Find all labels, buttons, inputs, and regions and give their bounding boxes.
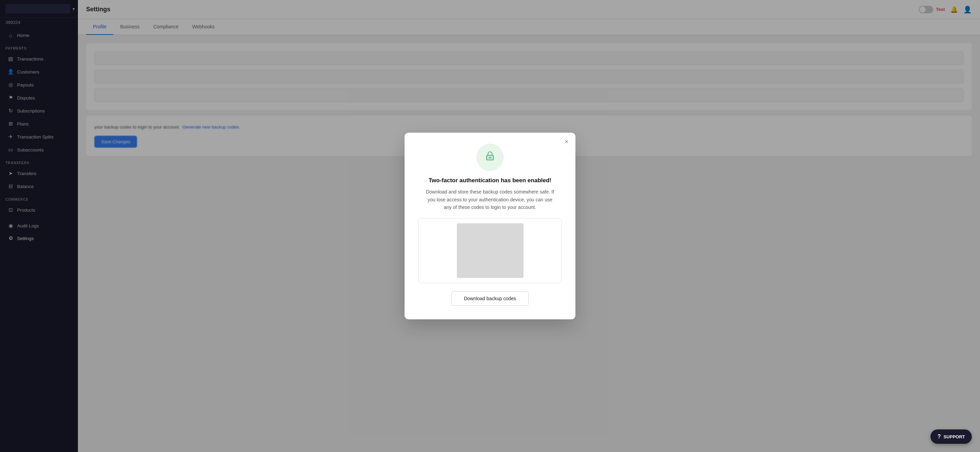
lock-icon [484,150,496,165]
modal-description: Download and store these backup codes so… [425,188,555,211]
modal-title: Two-factor authentication has been enabl… [428,177,552,184]
support-icon: ? [937,434,941,440]
close-icon[interactable]: × [565,138,569,145]
modal-2fa-enabled: × Two-factor authentication has been ena… [404,133,576,319]
backup-codes-box [418,218,562,283]
codes-placeholder-image [457,223,523,278]
modal-icon-wrapper [476,144,504,171]
main-content: Settings Test 🔔 👤 Profile Business Compl… [78,0,980,452]
modal-overlay[interactable]: × Two-factor authentication has been ena… [78,0,980,452]
support-label: SUPPORT [943,434,965,439]
svg-point-2 [489,157,491,159]
support-button[interactable]: ? SUPPORT [931,430,972,444]
download-backup-codes-button[interactable]: Download backup codes [452,291,529,306]
